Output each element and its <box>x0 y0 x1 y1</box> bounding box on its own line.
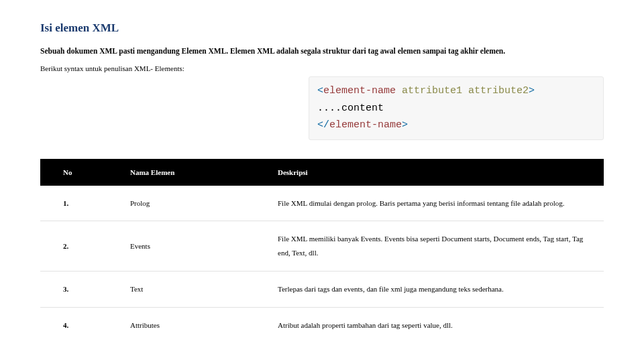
cell-no: 2. <box>40 221 107 272</box>
table-header-row: No Nama Elemen Deskripsi <box>40 159 604 186</box>
cell-no: 4. <box>40 308 107 343</box>
cell-no: 3. <box>40 272 107 308</box>
code-element-name-close: element-name <box>329 119 402 131</box>
header-name: Nama Elemen <box>107 159 255 186</box>
header-desc: Deskripsi <box>255 159 604 186</box>
table-row: 4. Attributes Atribut adalah properti ta… <box>40 308 604 343</box>
code-element-name-open: element-name <box>323 85 396 97</box>
header-no: No <box>40 159 107 186</box>
cell-name: Text <box>107 272 255 308</box>
code-angle-close: > <box>529 85 535 97</box>
code-attr1: attribute1 <box>396 85 462 97</box>
intro-text: Sebuah dokumen XML pasti mengandung Elem… <box>40 47 604 55</box>
table-row: 1. Prolog File XML dimulai dengan prolog… <box>40 186 604 221</box>
cell-desc: File XML dimulai dengan prolog. Baris pe… <box>255 186 604 221</box>
table-row: 3. Text Terlepas dari tags dan events, d… <box>40 272 604 308</box>
code-close-close: > <box>402 119 408 131</box>
cell-desc: File XML memiliki banyak Events. Events … <box>255 221 604 272</box>
elements-table: No Nama Elemen Deskripsi 1. Prolog File … <box>40 159 604 343</box>
cell-desc: Atribut adalah properti tambahan dari ta… <box>255 308 604 343</box>
syntax-note: Berikut syntax untuk penulisan XML- Elem… <box>40 64 604 72</box>
code-block: <element-name attribute1 attribute2> ...… <box>309 76 604 140</box>
cell-desc: Terlepas dari tags dan events, dan file … <box>255 272 604 308</box>
table-row: 2. Events File XML memiliki banyak Event… <box>40 221 604 272</box>
code-attr2: attribute2 <box>462 85 529 97</box>
code-line-2: ....content <box>317 100 595 117</box>
code-angle-open: < <box>317 85 323 97</box>
code-close-open: </ <box>317 119 329 131</box>
cell-no: 1. <box>40 186 107 221</box>
cell-name: Attributes <box>107 308 255 343</box>
cell-name: Events <box>107 221 255 272</box>
cell-name: Prolog <box>107 186 255 221</box>
page-title: Isi elemen XML <box>40 21 604 35</box>
code-line-3: </element-name> <box>317 117 595 134</box>
code-line-1: <element-name attribute1 attribute2> <box>317 82 595 100</box>
